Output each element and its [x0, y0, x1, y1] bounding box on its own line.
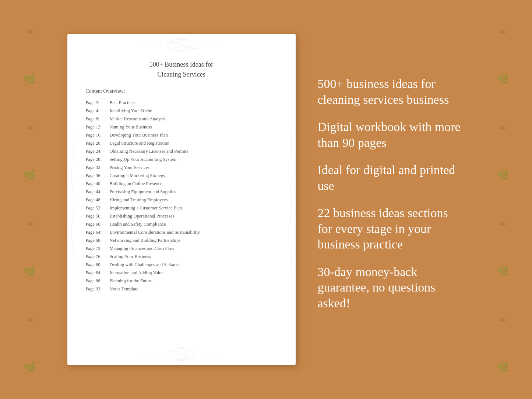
feature-item: 22 business ideas sections for every sta…	[318, 205, 465, 253]
toc-page-title: Creating a Marketing Strategy	[110, 173, 166, 179]
toc-page-number: Page 48:	[86, 197, 110, 203]
toc-page-number: Page 64:	[86, 230, 110, 235]
feature-text: Ideal for digital and printed use	[318, 162, 465, 194]
toc-page-title: Notes Template	[110, 286, 138, 292]
table-of-contents: Page 2:Best PracticesPage 4:Identifying …	[86, 99, 277, 293]
toc-page-title: Obtaining Necessary Licenses and Permits	[110, 149, 189, 154]
document-preview: 500+ Business Ideas for Cleaning Service…	[67, 34, 296, 365]
toc-item: Page 88:Planning for the Future	[86, 277, 277, 285]
toc-page-number: Page 2:	[86, 100, 110, 106]
svg-point-6	[219, 44, 221, 46]
toc-item: Page 68:Networking and Building Partners…	[86, 236, 277, 244]
toc-page-number: Page 68:	[86, 238, 110, 243]
toc-page-title: Environmental Considerations and Sustain…	[110, 230, 200, 235]
toc-item: Page 20:Legal Structure and Registration	[86, 139, 277, 147]
toc-item: Page 12:Naming Your Business	[86, 123, 277, 131]
toc-page-number: Page 28:	[86, 157, 110, 162]
features-section: 500+ business ideas for cleaning service…	[318, 76, 465, 323]
toc-page-title: Identifying Your Niche	[110, 108, 152, 114]
toc-page-number: Page 88:	[86, 278, 110, 284]
toc-page-number: Page 44:	[86, 189, 110, 195]
toc-page-title: Health and Safety Compliance	[110, 222, 166, 227]
svg-point-7	[71, 143, 74, 146]
toc-page-number: Page 56:	[86, 213, 110, 219]
toc-page-title: Building an Online Presence	[110, 181, 162, 187]
toc-page-title: Legal Structure and Registration	[110, 141, 170, 146]
doc-decorative-left	[67, 56, 78, 343]
feature-text: Digital workbook with more than 90 pages	[318, 119, 465, 151]
toc-page-number: Page 16:	[86, 133, 110, 138]
feature-text: 30-day money-back guarantee, no question…	[318, 264, 465, 311]
toc-item: Page 52:Implementing a Customer Service …	[86, 204, 277, 212]
toc-item: Page 60:Health and Safety Compliance	[86, 220, 277, 228]
toc-page-number: Page 12:	[86, 124, 110, 130]
toc-page-number: Page 60:	[86, 222, 110, 227]
toc-page-title: Scaling Your Business	[110, 254, 151, 259]
feature-item: 30-day money-back guarantee, no question…	[318, 264, 465, 311]
toc-page-number: Page 80:	[86, 262, 110, 268]
toc-item: Page 76:Scaling Your Business	[86, 253, 277, 261]
toc-page-number: Page 40:	[86, 181, 110, 187]
doc-decorative-right	[285, 56, 296, 343]
content-overview-label: Content Overview:	[86, 88, 277, 94]
toc-item: Page 56:Establishing Operational Process…	[86, 212, 277, 220]
toc-page-number: Page 24:	[86, 149, 110, 154]
toc-page-title: Implementing a Customer Service Plan	[110, 205, 182, 211]
toc-item: Page 8:Market Research and Analysis	[86, 115, 277, 123]
toc-page-number: Page 32:	[86, 165, 110, 170]
toc-page-title: Best Practices	[110, 100, 135, 106]
doc-decorative-top	[67, 34, 296, 56]
toc-item: Page 48:Hiring and Training Employees	[86, 196, 277, 204]
svg-point-20	[142, 353, 144, 355]
main-content: 500+ Business Ideas for Cleaning Service…	[27, 34, 505, 365]
toc-page-title: Developing Your Business Plan	[110, 133, 168, 138]
toc-page-title: Managing Finances and Cash Flow	[110, 246, 175, 251]
feature-item: Ideal for digital and printed use	[318, 162, 465, 194]
toc-item: Page 28:Setting Up Your Accounting Syste…	[86, 155, 277, 163]
svg-point-11	[289, 143, 292, 146]
svg-point-5	[142, 44, 144, 46]
toc-item: Page 36:Creating a Marketing Strategy	[86, 172, 277, 180]
toc-item: Page 32:Pricing Your Services	[86, 163, 277, 172]
toc-item: Page 64:Environmental Considerations and…	[86, 228, 277, 236]
toc-page-title: Setting Up Your Accounting System	[110, 157, 177, 162]
toc-page-number: Page 8:	[86, 116, 110, 122]
toc-item: Page 2:Best Practices	[86, 99, 277, 107]
toc-page-number: Page 20:	[86, 141, 110, 146]
toc-item: Page 16:Developing Your Business Plan	[86, 131, 277, 139]
toc-item: Page 44:Purchasing Equipment and Supplie…	[86, 188, 277, 196]
toc-item: Page 80:Dealing with Challenges and Setb…	[86, 261, 277, 269]
toc-page-title: Market Research and Analysis	[110, 116, 166, 122]
toc-page-title: Naming Your Business	[110, 124, 152, 130]
feature-item: Digital workbook with more than 90 pages	[318, 119, 465, 151]
doc-decorative-bottom	[67, 343, 296, 365]
toc-page-number: Page 92:	[86, 286, 110, 292]
toc-item: Page 40:Building an Online Presence	[86, 180, 277, 188]
toc-page-title: Hiring and Training Employees	[110, 197, 168, 203]
toc-page-title: Pricing Your Services	[110, 165, 150, 170]
toc-page-number: Page 76:	[86, 254, 110, 259]
toc-item: Page 4:Identifying Your Niche	[86, 107, 277, 115]
svg-point-21	[219, 353, 221, 355]
toc-page-number: Page 84:	[86, 270, 110, 276]
toc-page-number: Page 36:	[86, 173, 110, 179]
toc-page-title: Planning for the Future	[110, 278, 152, 284]
feature-text: 22 business ideas sections for every sta…	[318, 205, 465, 253]
toc-page-title: Networking and Building Partnerships	[110, 238, 181, 243]
feature-text: 500+ business ideas for cleaning service…	[318, 76, 465, 107]
toc-page-number: Page 72:	[86, 246, 110, 251]
toc-page-number: Page 52:	[86, 205, 110, 211]
toc-page-title: Dealing with Challenges and Setbacks	[110, 262, 180, 268]
toc-item: Page 84:Innovation and Adding Value	[86, 269, 277, 277]
toc-item: Page 24:Obtaining Necessary Licenses and…	[86, 147, 277, 155]
toc-page-title: Purchasing Equipment and Supplies	[110, 189, 176, 195]
toc-item: Page 92:Notes Template	[86, 285, 277, 293]
toc-item: Page 72:Managing Finances and Cash Flow	[86, 244, 277, 253]
document-title: 500+ Business Ideas for Cleaning Service…	[86, 60, 277, 80]
feature-item: 500+ business ideas for cleaning service…	[318, 76, 465, 107]
toc-page-title: Innovation and Adding Value	[110, 270, 164, 276]
toc-page-title: Establishing Operational Processes	[110, 213, 175, 219]
toc-page-number: Page 4:	[86, 108, 110, 114]
